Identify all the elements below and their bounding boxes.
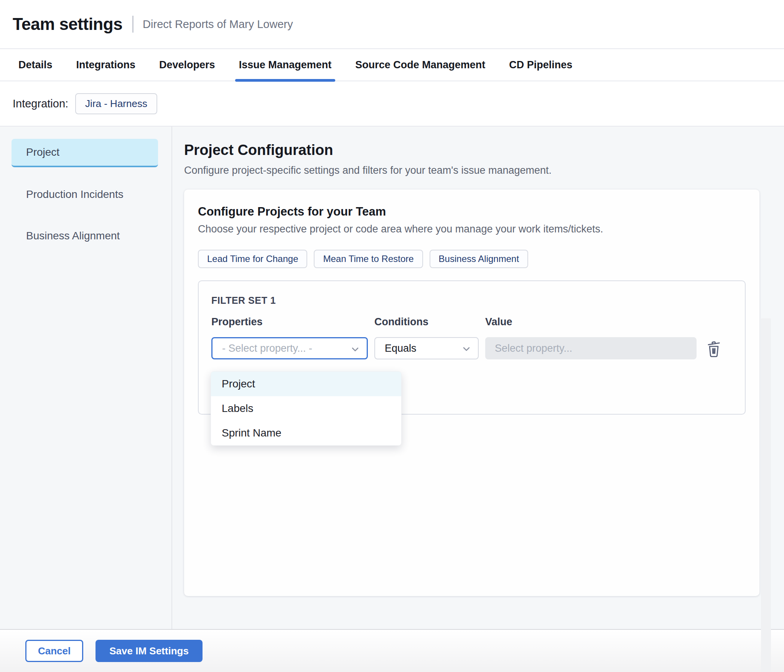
dropdown-option-project[interactable]: Project [211, 372, 401, 396]
tab-details[interactable]: Details [17, 49, 54, 81]
tab-integrations[interactable]: Integrations [75, 49, 137, 81]
sidebar-item-business-alignment[interactable]: Business Alignment [12, 222, 158, 250]
scrollbar-track[interactable] [761, 318, 771, 672]
integration-bar: Integration: Jira - Harness [0, 81, 784, 127]
content-area: Project Production Incidents Business Al… [0, 127, 784, 629]
tab-developers[interactable]: Developers [158, 49, 217, 81]
property-select[interactable]: - Select property... - [211, 337, 368, 359]
dropdown-option-sprint-name[interactable]: Sprint Name [211, 421, 401, 445]
condition-select-value: Equals [385, 343, 417, 354]
chevron-down-icon [350, 344, 361, 357]
chip-business-alignment[interactable]: Business Alignment [430, 250, 528, 268]
condition-select[interactable]: Equals [374, 337, 479, 359]
card-title: Configure Projects for your Team [198, 205, 746, 219]
col-header-value: Value [485, 316, 697, 328]
project-configuration-card: Configure Projects for your Team Choose … [184, 189, 759, 596]
section-title: Project Configuration [184, 142, 784, 158]
tab-issue-management[interactable]: Issue Management [237, 49, 333, 81]
col-header-properties: Properties [211, 316, 368, 328]
page-subtitle: Direct Reports of Mary Lowery [143, 18, 293, 31]
property-select-value: - Select property... - [222, 343, 312, 354]
card-subtitle: Choose your respective project or code a… [198, 223, 746, 235]
section-subtitle: Configure project-specific settings and … [184, 165, 784, 176]
sidebar-item-production-incidents[interactable]: Production Incidents [12, 180, 158, 209]
page-title: Team settings [13, 15, 122, 34]
integration-label: Integration: [13, 97, 68, 110]
tab-bar: Details Integrations Developers Issue Ma… [0, 49, 784, 81]
save-im-settings-button[interactable]: Save IM Settings [96, 640, 203, 662]
delete-filter-button[interactable] [703, 337, 725, 359]
tab-cd-pipelines[interactable]: CD Pipelines [507, 49, 574, 81]
trash-icon [705, 338, 723, 359]
metric-chip-row: Lead Time for Change Mean Time to Restor… [198, 250, 746, 268]
dropdown-option-labels[interactable]: Labels [211, 396, 401, 421]
integration-chip[interactable]: Jira - Harness [75, 93, 157, 114]
chip-lead-time-for-change[interactable]: Lead Time for Change [198, 250, 307, 268]
filter-set-title: FILTER SET 1 [211, 295, 732, 306]
chevron-down-icon [461, 344, 472, 357]
col-header-conditions: Conditions [374, 316, 479, 328]
filter-controls-row: - Select property... - Equals [211, 337, 732, 359]
footer-bar: Cancel Save IM Settings [0, 629, 784, 672]
sidebar-item-project[interactable]: Project [12, 139, 158, 167]
title-divider [132, 16, 133, 33]
settings-sidebar: Project Production Incidents Business Al… [0, 127, 172, 629]
filter-column-headers: Properties Conditions Value [211, 316, 732, 328]
value-input[interactable] [485, 337, 697, 359]
property-dropdown: Project Labels Sprint Name [211, 371, 402, 446]
chip-mean-time-to-restore[interactable]: Mean Time to Restore [314, 250, 423, 268]
app-header: Team settings Direct Reports of Mary Low… [0, 0, 784, 49]
cancel-button[interactable]: Cancel [25, 640, 83, 662]
main-panel: Project Configuration Configure project-… [172, 127, 784, 629]
tab-source-code-management[interactable]: Source Code Management [354, 49, 487, 81]
